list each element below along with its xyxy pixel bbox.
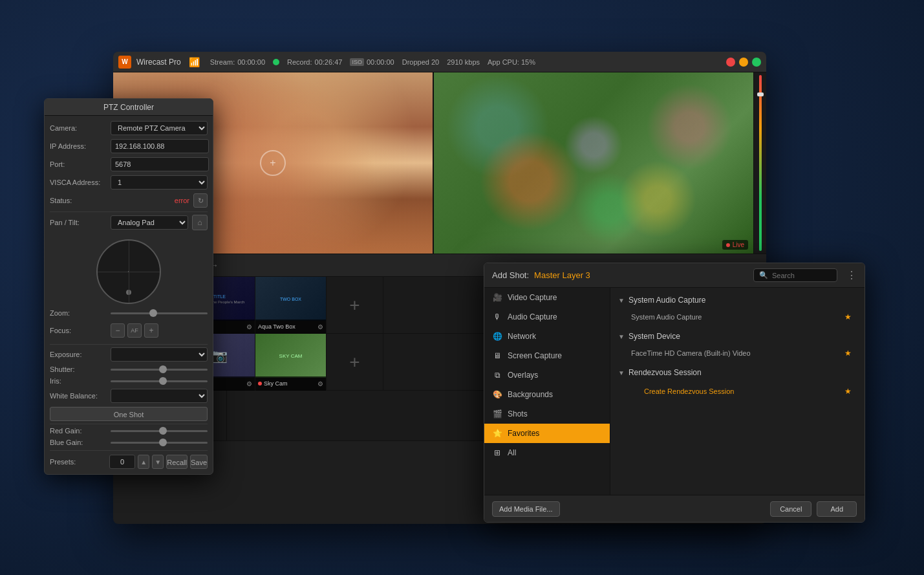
item-system-audio[interactable]: System Audio Capture ★: [618, 310, 857, 324]
ptz-preset-input[interactable]: [109, 455, 135, 469]
ptz-iris-thumb: [159, 377, 167, 385]
more-options-icon[interactable]: ⋮: [846, 269, 857, 281]
nav-audio-capture[interactable]: 🎙 Audio Capture: [484, 307, 610, 327]
ptz-focus-minus[interactable]: −: [111, 323, 125, 338]
source-sky-cam[interactable]: SKY CAM Sky Cam ⚙: [255, 334, 327, 391]
ptz-pantilt-row: Pan / Tilt: Analog Pad ⌂: [50, 215, 208, 230]
ptz-ip-input[interactable]: [111, 139, 209, 153]
ptz-visca-select[interactable]: 1: [111, 175, 208, 190]
nav-backgrounds[interactable]: 🎨 Backgrounds: [484, 385, 610, 404]
ptz-preset-down[interactable]: ▼: [152, 455, 164, 469]
app-logo: W: [118, 56, 131, 69]
source-gear-skycam[interactable]: ⚙: [317, 380, 323, 387]
ptz-pantilt-select[interactable]: Analog Pad: [111, 215, 188, 230]
volume-slider[interactable]: [753, 72, 766, 254]
section-title-rendezvous: Rendezvous Session: [629, 368, 702, 377]
ptz-redgain-slider[interactable]: [111, 430, 208, 432]
ptz-status-value: error: [175, 197, 189, 204]
section-system-device: ▼ System Device FaceTime HD Camera (Buil…: [618, 332, 857, 360]
add-source-row2[interactable]: +: [327, 334, 383, 391]
ptz-redgain-thumb: [159, 427, 167, 435]
ptz-controller-window: PTZ Controller Camera: Remote PTZ Camera…: [44, 98, 213, 475]
ptz-port-row: Port:: [50, 157, 208, 171]
ptz-zoom-slider[interactable]: [111, 312, 208, 314]
star-facetime[interactable]: ★: [844, 349, 852, 358]
shots-icon: 🎬: [492, 409, 502, 418]
add-shot-layer: Master Layer 3: [534, 270, 590, 280]
add-shot-body: 🎥 Video Capture 🎙 Audio Capture 🌐 Networ…: [484, 288, 865, 495]
ptz-focus-row: Focus: − AF +: [50, 321, 208, 340]
ptz-shutter-slider[interactable]: [111, 369, 208, 371]
ptz-ip-label: IP Address:: [50, 142, 107, 150]
ptz-joystick[interactable]: [96, 239, 161, 304]
status-bar: Stream: 00:00:00 Record: 00:26:47 ISO 00…: [210, 58, 535, 66]
ptz-focus-auto[interactable]: AF: [127, 323, 142, 338]
nav-shots[interactable]: 🎬 Shots: [484, 404, 610, 424]
ptz-zoom-thumb: [149, 309, 157, 317]
source-gear-camera[interactable]: ⚙: [246, 380, 252, 387]
ptz-port-input[interactable]: [111, 157, 209, 171]
ptz-save-button[interactable]: Save: [190, 455, 208, 469]
ptz-iris-slider[interactable]: [111, 380, 208, 382]
ptz-exposure-select[interactable]: [111, 347, 208, 362]
star-system-audio[interactable]: ★: [844, 312, 852, 321]
item-create-rendezvous[interactable]: Create Rendezvous Session ★: [618, 382, 857, 400]
overlays-icon: ⧉: [492, 371, 502, 380]
section-arrow-rendezvous: ▼: [618, 369, 625, 376]
nav-favorites[interactable]: ⭐ Favorites: [484, 424, 610, 443]
source-gear-aqua-two[interactable]: ⚙: [317, 323, 323, 331]
close-button[interactable]: [726, 58, 735, 67]
ptz-pantilt-label: Pan / Tilt:: [50, 219, 107, 226]
record-status: Record: 00:26:47: [287, 58, 342, 66]
live-dot-skycam: [258, 382, 262, 385]
ptz-camera-select[interactable]: Remote PTZ Camera: [111, 121, 208, 135]
search-box[interactable]: 🔍: [753, 268, 837, 282]
ptz-status-label: Status:: [50, 197, 107, 204]
ptz-wb-select[interactable]: [111, 389, 208, 403]
ptz-refresh-button[interactable]: ↻: [193, 193, 208, 208]
ptz-port-label: Port:: [50, 160, 107, 168]
source-gear-aqua-title[interactable]: ⚙: [246, 323, 252, 331]
iso-status: ISO 00:00:00: [350, 58, 394, 66]
nav-network[interactable]: 🌐 Network: [484, 327, 610, 346]
ptz-visca-row: VISCA Address: 1: [50, 175, 208, 190]
nav-screen-capture[interactable]: 🖥 Screen Capture: [484, 346, 610, 365]
ptz-bluegain-slider[interactable]: [111, 442, 208, 444]
section-header-rendezvous: ▼ Rendezvous Session: [618, 368, 857, 378]
app-name: Wirecast Pro: [136, 58, 181, 67]
ptz-body: Camera: Remote PTZ Camera IP Address: Po…: [45, 116, 213, 474]
nav-video-capture[interactable]: 🎥 Video Capture: [484, 288, 610, 307]
nav-all[interactable]: ⊞ All: [484, 443, 610, 462]
ptz-focus-label: Focus:: [50, 327, 107, 334]
ptz-focus-plus[interactable]: +: [144, 323, 158, 338]
volume-thumb[interactable]: [757, 92, 764, 96]
nav-overlays[interactable]: ⧉ Overlays: [484, 365, 610, 385]
ptz-camera-label: Camera:: [50, 124, 107, 132]
ptz-exposure-label: Exposure:: [50, 351, 107, 358]
live-indicator: [726, 243, 730, 247]
search-input[interactable]: [772, 272, 830, 279]
add-media-button[interactable]: Add Media File...: [492, 501, 560, 517]
minimize-button[interactable]: [739, 58, 748, 67]
window-controls: [726, 58, 761, 67]
video-capture-icon: 🎥: [492, 293, 502, 302]
add-source-row1[interactable]: +: [327, 277, 383, 334]
maximize-button[interactable]: [752, 58, 761, 67]
star-rendezvous[interactable]: ★: [844, 387, 852, 396]
source-aqua-two-box[interactable]: TWO BOX Aqua Two Box ⚙: [255, 277, 327, 334]
cancel-button[interactable]: Cancel: [770, 501, 811, 517]
ptz-recall-button[interactable]: Recall: [166, 455, 188, 469]
ptz-redgain-label: Red Gain:: [50, 427, 107, 435]
ptz-home-button[interactable]: ⌂: [192, 215, 208, 230]
volume-track: [759, 75, 762, 251]
add-shot-header: Add Shot: Master Layer 3 🔍 ⋮: [484, 263, 865, 288]
item-facetime-camera[interactable]: FaceTime HD Camera (Built-in) Video ★: [618, 346, 857, 360]
ptz-presets-row: Presets: ▲ ▼ Recall Save: [50, 455, 208, 469]
ptz-one-shot-button[interactable]: One Shot: [50, 407, 208, 421]
ptz-visca-label: VISCA Address:: [50, 179, 107, 186]
add-button[interactable]: Add: [817, 501, 857, 517]
network-icon: 🌐: [492, 332, 502, 341]
ptz-preset-up[interactable]: ▲: [138, 455, 149, 469]
section-header-audio: ▼ System Audio Capture: [618, 296, 857, 306]
section-header-device: ▼ System Device: [618, 332, 857, 342]
